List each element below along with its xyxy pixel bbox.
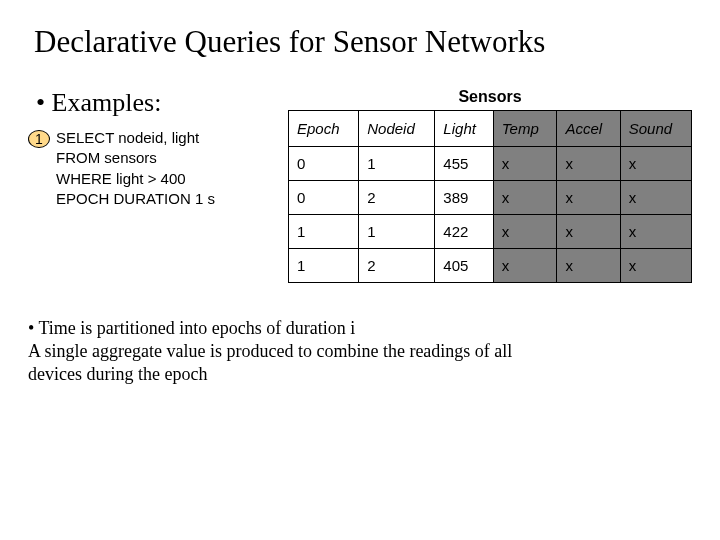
cell-light: 405: [435, 249, 493, 283]
cell-sound: x: [620, 249, 691, 283]
query-line: WHERE light > 400: [56, 169, 215, 189]
col-temp: Temp: [493, 111, 557, 147]
cell-accel: x: [557, 249, 620, 283]
cell-epoch: 1: [289, 215, 359, 249]
query-text: SELECT nodeid, light FROM sensors WHERE …: [56, 128, 215, 209]
cell-light: 389: [435, 181, 493, 215]
cell-temp: x: [493, 249, 557, 283]
query-line: FROM sensors: [56, 148, 215, 168]
cell-accel: x: [557, 181, 620, 215]
cell-nodeid: 2: [359, 249, 435, 283]
slide-title: Declarative Queries for Sensor Networks: [34, 24, 692, 60]
cell-sound: x: [620, 181, 691, 215]
cell-sound: x: [620, 215, 691, 249]
cell-epoch: 1: [289, 249, 359, 283]
footer-line: • Time is partitioned into epochs of dur…: [28, 317, 692, 340]
col-epoch: Epoch: [289, 111, 359, 147]
cell-nodeid: 2: [359, 181, 435, 215]
cell-temp: x: [493, 215, 557, 249]
query-line: EPOCH DURATION 1 s: [56, 189, 215, 209]
table-row: 1 2 405 x x x: [289, 249, 692, 283]
footer-line: A single aggregate value is produced to …: [28, 340, 692, 363]
cell-accel: x: [557, 147, 620, 181]
col-sound: Sound: [620, 111, 691, 147]
query-number-marker: 1: [28, 130, 50, 148]
table-row: 1 1 422 x x x: [289, 215, 692, 249]
examples-heading: • Examples:: [36, 88, 288, 118]
table-row: 0 2 389 x x x: [289, 181, 692, 215]
sensors-table: Epoch Nodeid Light Temp Accel Sound 0 1 …: [288, 110, 692, 283]
footer-line: devices during the epoch: [28, 363, 692, 386]
cell-nodeid: 1: [359, 215, 435, 249]
cell-nodeid: 1: [359, 147, 435, 181]
cell-accel: x: [557, 215, 620, 249]
cell-temp: x: [493, 147, 557, 181]
left-column: • Examples: 1 SELECT nodeid, light FROM …: [28, 88, 288, 209]
right-column: Sensors Epoch Nodeid Light Temp Accel So…: [288, 88, 692, 283]
cell-temp: x: [493, 181, 557, 215]
footer-note: • Time is partitioned into epochs of dur…: [28, 317, 692, 386]
table-row: 0 1 455 x x x: [289, 147, 692, 181]
cell-epoch: 0: [289, 181, 359, 215]
col-light: Light: [435, 111, 493, 147]
col-accel: Accel: [557, 111, 620, 147]
col-nodeid: Nodeid: [359, 111, 435, 147]
content-row: • Examples: 1 SELECT nodeid, light FROM …: [28, 88, 692, 283]
cell-epoch: 0: [289, 147, 359, 181]
query-line: SELECT nodeid, light: [56, 128, 215, 148]
table-header-row: Epoch Nodeid Light Temp Accel Sound: [289, 111, 692, 147]
cell-light: 422: [435, 215, 493, 249]
query-block: 1 SELECT nodeid, light FROM sensors WHER…: [28, 128, 288, 209]
cell-light: 455: [435, 147, 493, 181]
cell-sound: x: [620, 147, 691, 181]
table-caption: Sensors: [288, 88, 692, 106]
